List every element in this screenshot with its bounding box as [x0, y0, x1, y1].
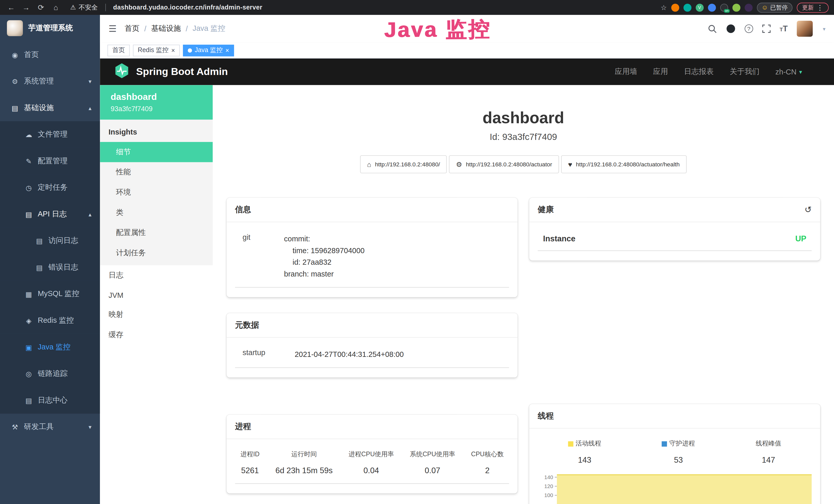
extension-icon[interactable]: [671, 3, 679, 11]
instance-header[interactable]: dashboard 93a3fc7f7409: [100, 85, 213, 120]
sba-header: Spring Boot Admin 应用墙 应用 日志报表 关于我们 zh-CN…: [100, 59, 834, 85]
sba-nav-about[interactable]: 关于我们: [730, 67, 760, 76]
stat-label: CPU核心数: [471, 450, 504, 459]
breadcrumb: 首页 / 基础设施 / Java 监控: [125, 24, 225, 33]
item-label: 日志中心: [38, 396, 68, 405]
forward-icon[interactable]: →: [20, 3, 32, 12]
profile-chip[interactable]: ☺ 已暂停: [757, 2, 792, 12]
sba-item-caches[interactable]: 缓存: [100, 325, 213, 345]
sba-item-config-props[interactable]: 配置属性: [100, 223, 213, 243]
tab-redis-monitor[interactable]: Redis 监控 ×: [133, 44, 180, 56]
app-logo[interactable]: 芋道管理系统: [0, 15, 100, 42]
fullscreen-icon[interactable]: [762, 24, 771, 33]
big-t: T: [783, 24, 788, 33]
git-time-line: time: 1596289704000: [284, 245, 365, 256]
app-sidebar: 芋道管理系统 ◉ 首页 ⚙ 系统管理 ▾ ▤ 基础设施 ▴ ☁ 文件管理 ✎: [0, 15, 100, 504]
sba-item-metrics[interactable]: 性能: [100, 162, 213, 183]
sba-item-mappings[interactable]: 映射: [100, 305, 213, 325]
extension-icon[interactable]: [708, 3, 716, 11]
bookmark-star-icon[interactable]: ☆: [661, 3, 667, 11]
sidebar-item-system-management[interactable]: ⚙ 系统管理 ▾: [0, 68, 100, 95]
search-icon[interactable]: [708, 24, 717, 33]
close-icon[interactable]: ×: [171, 47, 175, 53]
security-label: 不安全: [79, 3, 98, 12]
sidebar-item-error-logs[interactable]: ▤ 错误日志: [0, 254, 100, 281]
sidebar-item-scheduled-tasks[interactable]: ◷ 定时任务: [0, 174, 100, 201]
sidebar-item-redis-monitor[interactable]: ◈ Redis 监控: [0, 307, 100, 334]
sidebar-item-access-logs[interactable]: ▤ 访问日志: [0, 228, 100, 254]
stat-value: 0.04: [349, 466, 394, 475]
instance-id: 93a3fc7f7409: [111, 105, 202, 113]
legend-value: 143: [568, 455, 601, 464]
link-label: http://192.168.0.2:48080/actuator/health: [576, 161, 680, 167]
sba-nav-wallboard[interactable]: 应用墙: [615, 67, 637, 76]
sba-item-environment[interactable]: 环境: [100, 182, 213, 203]
active-dot: [188, 48, 192, 52]
language-selector[interactable]: zh-CN ▾: [775, 68, 802, 76]
close-icon[interactable]: ×: [225, 47, 229, 53]
app-title: 芋道管理系统: [28, 23, 73, 33]
threads-card-title: 线程: [538, 411, 554, 421]
sidebar-item-mysql-monitor[interactable]: ▦ MySQL 监控: [0, 281, 100, 307]
sidebar-item-dev-tools[interactable]: ⚒ 研发工具 ▾: [0, 414, 100, 440]
github-icon[interactable]: [726, 24, 736, 33]
color-swatch: [568, 441, 574, 446]
sba-item-details[interactable]: 细节: [100, 142, 213, 162]
log-icon: ▤: [24, 396, 33, 404]
sidebar-item-config-management[interactable]: ✎ 配置管理: [0, 148, 100, 175]
sba-nav-journal[interactable]: 日志报表: [684, 67, 714, 76]
reload-icon[interactable]: ⟳: [35, 3, 47, 12]
breadcrumb-infrastructure[interactable]: 基础设施: [151, 24, 181, 33]
update-button[interactable]: 更新 ⋮: [797, 2, 829, 12]
annotation-java-monitor: Java 监控: [384, 15, 491, 45]
extension-icon[interactable]: V: [696, 3, 704, 11]
sidebar-item-java-monitor[interactable]: ▣ Java 监控: [0, 334, 100, 361]
sba-nav-applications[interactable]: 应用: [653, 67, 668, 76]
item-label: 定时任务: [38, 183, 68, 192]
history-icon[interactable]: ↺: [805, 205, 812, 215]
overflow-menu-icon[interactable]: ⋮: [816, 3, 824, 11]
clock-icon: ◷: [24, 184, 33, 191]
sba-item-classes[interactable]: 类: [100, 203, 213, 223]
health-url-link[interactable]: ♥ http://192.168.0.2:48080/actuator/heal…: [561, 155, 686, 173]
sidebar-item-log-center[interactable]: ▤ 日志中心: [0, 387, 100, 414]
status-badge: UP: [795, 234, 806, 243]
item-label: 系统管理: [24, 76, 54, 86]
extension-icon[interactable]: [732, 3, 740, 11]
extension-icon[interactable]: [683, 3, 691, 11]
service-url-link[interactable]: ⌂ http://192.168.0.2:48080/: [360, 155, 447, 173]
insights-group-title: Insights: [100, 120, 213, 142]
home-icon[interactable]: ⌂: [50, 3, 62, 12]
stat-value: 6d 23h 15m 59s: [275, 466, 333, 475]
stat-label: 进程ID: [240, 450, 260, 459]
hamburger-icon[interactable]: ☰: [108, 23, 117, 34]
address-url[interactable]: dashboard.yudao.iocoder.cn/infra/admin-s…: [113, 4, 263, 11]
sba-item-logs[interactable]: 日志: [100, 265, 213, 285]
security-chip[interactable]: ⚠ 不安全: [70, 3, 97, 12]
actuator-url-link[interactable]: ⚙ http://192.168.0.2:48080/actuator: [449, 155, 559, 173]
avatar[interactable]: [797, 21, 813, 37]
breadcrumb-home[interactable]: 首页: [125, 24, 139, 33]
plot-area: [557, 473, 812, 504]
sidebar-item-api-logs[interactable]: ▤ API 日志 ▴: [0, 201, 100, 228]
sidebar-item-home[interactable]: ◉ 首页: [0, 42, 100, 68]
tab-java-monitor[interactable]: Java 监控 ×: [183, 44, 234, 56]
sidebar-item-tracing[interactable]: ◎ 链路追踪: [0, 361, 100, 387]
tab-home[interactable]: 首页: [107, 44, 130, 56]
stat-value: 0.07: [410, 466, 455, 475]
process-card: 进程 进程ID 5261 运行时间: [226, 415, 518, 493]
java-icon: ▣: [24, 343, 33, 351]
font-size-icon[interactable]: TT: [780, 24, 788, 33]
log-icon: ▤: [24, 210, 33, 218]
item-label: 访问日志: [48, 236, 78, 246]
help-icon[interactable]: ?: [744, 24, 753, 33]
sba-item-scheduled-tasks[interactable]: 计划任务: [100, 243, 213, 263]
sba-item-jvm[interactable]: JVM: [100, 285, 213, 305]
back-icon[interactable]: ←: [5, 3, 17, 12]
sidebar-item-file-management[interactable]: ☁ 文件管理: [0, 121, 100, 148]
extension-icon[interactable]: on: [720, 3, 728, 11]
sidebar-item-infrastructure[interactable]: ▤ 基础设施 ▴: [0, 95, 100, 121]
legend-item: 线程峰值 147: [756, 439, 781, 464]
process-card-title: 进程: [235, 421, 251, 432]
extension-icon[interactable]: [745, 3, 752, 11]
